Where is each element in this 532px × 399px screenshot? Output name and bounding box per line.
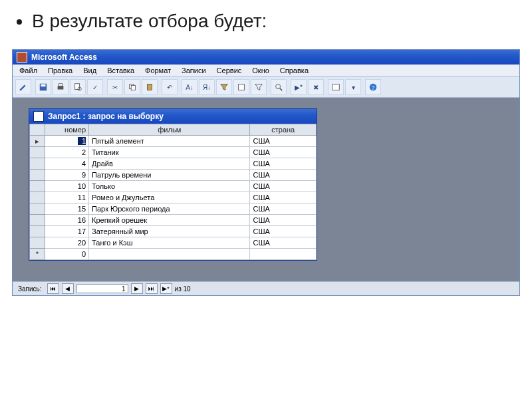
sort-asc-icon[interactable]: A↓ (182, 79, 198, 95)
cut-icon[interactable]: ✂ (107, 79, 123, 95)
row-selector[interactable] (30, 226, 45, 237)
column-header-film[interactable]: фильм (89, 124, 250, 136)
cell-film[interactable]: Титаник (89, 147, 250, 158)
menu-file[interactable]: Файл (15, 66, 41, 75)
menu-bar[interactable]: Файл Правка Вид Вставка Формат Записи Се… (13, 65, 519, 77)
cell-num[interactable]: 0 (45, 249, 88, 260)
cell-country[interactable]: США (250, 147, 317, 158)
cell-num[interactable]: 15 (45, 203, 88, 215)
cell-country[interactable]: США (250, 158, 317, 170)
table-row[interactable]: 2ТитаникСША (30, 147, 317, 158)
cell-country[interactable]: США (250, 192, 317, 203)
nav-next-button[interactable]: ▶ (131, 283, 143, 294)
menu-records[interactable]: Записи (178, 66, 210, 75)
select-all-corner[interactable] (30, 124, 45, 136)
svg-point-10 (276, 84, 281, 89)
sort-desc-icon[interactable]: Я↓ (199, 79, 215, 95)
row-selector[interactable] (30, 170, 45, 181)
column-header-num[interactable]: номер (45, 124, 88, 136)
column-header-country[interactable]: страна (250, 124, 317, 136)
print-icon[interactable] (53, 79, 68, 95)
svg-rect-12 (332, 84, 340, 90)
menu-window[interactable]: Окно (248, 66, 273, 75)
svg-rect-9 (239, 84, 245, 90)
table-row[interactable]: 15 Парк Юрского периодаСША (30, 203, 317, 215)
cell-film[interactable]: Пятый элемент (89, 136, 250, 147)
database-window-icon[interactable] (328, 79, 344, 95)
cell-country[interactable]: США (250, 136, 317, 147)
row-selector[interactable] (30, 147, 45, 158)
table-row[interactable]: 9Патруль времениСША (30, 170, 317, 181)
menu-insert[interactable]: Вставка (103, 66, 138, 75)
cell-num[interactable]: 11 (45, 192, 88, 203)
filter-selection-icon[interactable] (216, 79, 232, 95)
cell-num[interactable]: 17 (45, 226, 88, 237)
table-row[interactable]: 20Танго и КэшСША (30, 237, 317, 249)
cell-country[interactable]: США (250, 215, 317, 226)
cell-num[interactable]: 1 (45, 136, 88, 147)
new-record-icon[interactable]: ▶* (291, 79, 307, 95)
filter-form-icon[interactable] (233, 79, 249, 95)
row-selector[interactable] (30, 181, 45, 192)
row-selector[interactable]: ▸ (30, 136, 45, 147)
cell-film[interactable]: Затерянный мир (89, 226, 250, 237)
cell-country[interactable]: США (250, 237, 317, 249)
cell-film[interactable] (89, 249, 250, 260)
nav-first-button[interactable]: ⏮ (47, 283, 59, 294)
datasheet-grid[interactable]: номер фильм страна ▸1Пятый элементСША2Ти… (29, 124, 317, 260)
find-icon[interactable] (271, 79, 287, 95)
separator (33, 79, 34, 94)
apply-filter-icon[interactable] (251, 79, 267, 95)
menu-help[interactable]: Справка (276, 66, 313, 75)
cell-film[interactable]: Драйв (89, 158, 250, 170)
delete-record-icon[interactable]: ✖ (308, 79, 324, 95)
table-row[interactable]: 17Затерянный мирСША (30, 226, 317, 237)
menu-format[interactable]: Формат (141, 66, 175, 75)
cell-country[interactable]: США (250, 181, 317, 192)
save-icon[interactable] (35, 79, 51, 95)
new-object-icon[interactable]: ▾ (345, 79, 361, 95)
cell-film[interactable]: Патруль времени (89, 170, 250, 181)
cell-film[interactable]: Танго и Кэш (89, 237, 250, 249)
cell-film[interactable]: Крепкий орешек (89, 215, 250, 226)
row-selector[interactable] (30, 203, 45, 215)
cell-film[interactable]: Только (89, 181, 250, 192)
row-selector[interactable] (30, 215, 45, 226)
cell-num[interactable]: 2 (45, 147, 88, 158)
nav-current-input[interactable] (76, 284, 128, 293)
row-selector[interactable] (30, 237, 45, 249)
nav-new-button[interactable]: ▶* (160, 283, 172, 294)
menu-edit[interactable]: Правка (44, 66, 76, 75)
cell-num[interactable]: 16 (45, 215, 88, 226)
row-selector[interactable] (30, 192, 45, 203)
cell-num[interactable]: 10 (45, 181, 88, 192)
cell-num[interactable]: 20 (45, 237, 88, 249)
spelling-icon[interactable]: ✓ (87, 79, 103, 95)
cell-film[interactable]: Парк Юрского периода (89, 203, 250, 215)
menu-tools[interactable]: Сервис (213, 66, 246, 75)
cell-num[interactable]: 4 (45, 158, 88, 170)
cell-film[interactable]: Ромео и Джульета (89, 192, 250, 203)
undo-icon[interactable]: ↶ (162, 79, 178, 95)
cell-country[interactable]: США (250, 170, 317, 181)
nav-last-button[interactable]: ⏭ (146, 283, 158, 294)
new-record-row[interactable]: *0 (30, 249, 317, 260)
table-row[interactable]: ▸1Пятый элементСША (30, 136, 317, 147)
table-row[interactable]: 10ТолькоСША (30, 181, 317, 192)
table-row[interactable]: 11Ромео и ДжульетаСША (30, 192, 317, 203)
print-preview-icon[interactable] (70, 79, 86, 95)
cell-num[interactable]: 9 (45, 170, 88, 181)
cell-country[interactable]: США (250, 203, 317, 215)
help-icon[interactable]: ? (365, 79, 381, 95)
row-selector[interactable] (30, 158, 45, 170)
table-row[interactable]: 16Крепкий орешекСША (30, 215, 317, 226)
nav-prev-button[interactable]: ◀ (62, 283, 74, 294)
copy-icon[interactable] (124, 79, 140, 95)
menu-view[interactable]: Вид (79, 66, 100, 75)
design-view-icon[interactable] (15, 79, 31, 95)
cell-country[interactable] (250, 249, 317, 260)
cell-country[interactable]: США (250, 226, 317, 237)
access-window: Microsoft Access Файл Правка Вид Вставка… (12, 49, 520, 296)
table-row[interactable]: 4ДрайвСША (30, 158, 317, 170)
paste-icon[interactable] (142, 79, 158, 95)
